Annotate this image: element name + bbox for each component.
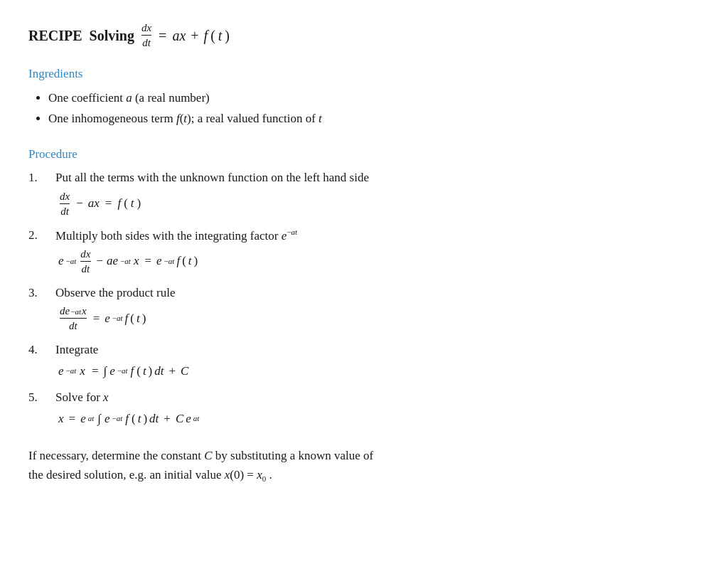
step-4-formula: e−at x = ∫ e−at f(t) dt + C xyxy=(58,362,700,381)
step-4-number: 4. xyxy=(28,341,48,359)
recipe-label: RECIPE Solving xyxy=(28,25,134,46)
step-3-text: Observe the product rule xyxy=(55,284,700,302)
step-3: 3. Observe the product rule de−atx dt = … xyxy=(28,284,700,334)
step-5-number: 5. xyxy=(28,388,48,407)
title-line: RECIPE Solving dx dt = ax + f(t) xyxy=(28,21,700,49)
ingredients-heading: Ingredients xyxy=(28,65,700,83)
step-3-content: Observe the product rule de−atx dt = e−a… xyxy=(55,284,700,334)
step-2: 2. Multiply both sides with the integrat… xyxy=(28,226,700,277)
step-2-text: Multiply both sides with the integrating… xyxy=(55,226,700,245)
step-1-content: Put all the terms with the unknown funct… xyxy=(55,169,700,219)
step-5-formula: x = eat ∫ e−at f(t) dt + C eat xyxy=(58,410,700,428)
step-2-number: 2. xyxy=(28,226,48,245)
title-equation: dx dt = ax + f(t) xyxy=(140,21,230,49)
steps-list: 1. Put all the terms with the unknown fu… xyxy=(28,169,700,429)
step-5-content: Solve for x x = eat ∫ e−at f(t) dt + C e… xyxy=(55,388,700,429)
ingredients-list: One coefficient a (a real number) One in… xyxy=(28,89,700,128)
step-4-content: Integrate e−at x = ∫ e−at f(t) dt + C xyxy=(55,341,700,381)
step-2-content: Multiply both sides with the integrating… xyxy=(55,226,700,277)
step-1-formula: dx dt − ax = f(t) xyxy=(58,190,700,218)
footer-note: If necessary, determine the constant C b… xyxy=(28,446,700,486)
procedure-heading: Procedure xyxy=(28,145,700,164)
step-2-formula: e−at dx dt − ae−at x = e−at f(t) xyxy=(58,248,700,275)
step-1: 1. Put all the terms with the unknown fu… xyxy=(28,169,700,219)
ingredients-section: Ingredients One coefficient a (a real nu… xyxy=(28,65,700,128)
step-1-text: Put all the terms with the unknown funct… xyxy=(55,169,700,187)
step-5: 5. Solve for x x = eat ∫ e−at f(t) dt + … xyxy=(28,388,700,429)
step-1-number: 1. xyxy=(28,169,48,187)
ingredient-item-1: One coefficient a (a real number) xyxy=(48,89,700,107)
step-4: 4. Integrate e−at x = ∫ e−at f(t) dt + C xyxy=(28,341,700,381)
step-4-text: Integrate xyxy=(55,341,700,359)
procedure-section: Procedure 1. Put all the terms with the … xyxy=(28,145,700,430)
title-section: RECIPE Solving dx dt = ax + f(t) xyxy=(28,21,700,49)
step-3-formula: de−atx dt = e−at f(t) xyxy=(58,304,700,332)
step-3-number: 3. xyxy=(28,284,48,302)
step-5-text: Solve for x xyxy=(55,388,700,407)
ingredient-item-2: One inhomogeneous term f(t); a real valu… xyxy=(48,110,700,128)
